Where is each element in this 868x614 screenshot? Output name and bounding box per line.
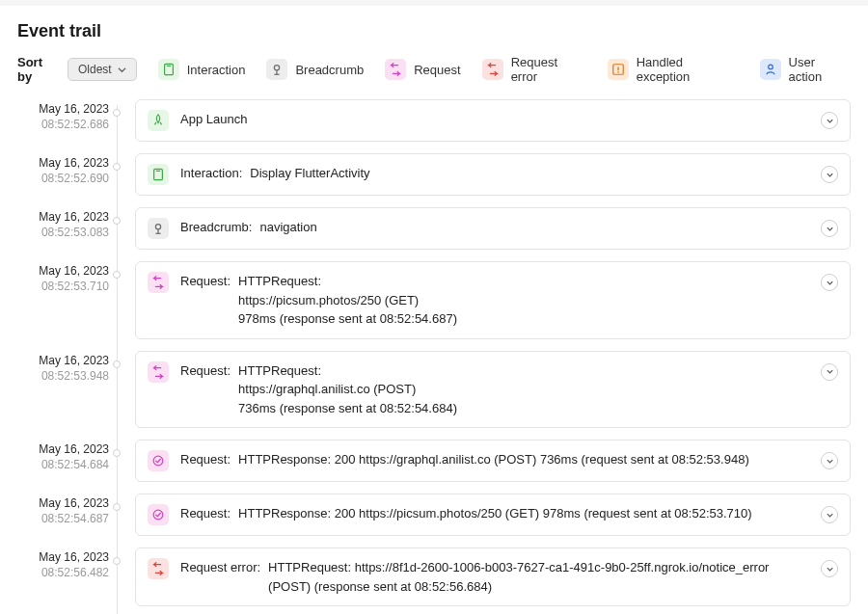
response-icon (148, 450, 169, 471)
legend-item-handledexc: Handled exception (608, 55, 739, 84)
legend-item-reqerror: Request error (482, 55, 586, 84)
timeline-dot (113, 217, 121, 225)
reqerror-icon (148, 558, 169, 579)
handledexc-icon (608, 59, 629, 80)
event-body: Interaction:Display FlutterActivity (180, 164, 809, 183)
event-body: Request error:HTTPRequest: https://8f1d-… (180, 558, 809, 596)
event-card[interactable]: Request:HTTPResponse: 200 https://graphq… (135, 440, 851, 482)
legend-label: Interaction (187, 63, 246, 77)
svg-point-2 (275, 66, 280, 70)
interaction-icon (148, 164, 169, 185)
event-body: App Launch (180, 110, 809, 129)
interaction-icon (158, 59, 179, 80)
event-detail: HTTPResponse: 200 https://picsum.photos/… (238, 504, 752, 523)
event-timestamp: May 16, 202308:52:54.687 (17, 495, 109, 526)
event-card[interactable]: Interaction:Display FlutterActivity (135, 153, 851, 196)
event-body: Request:HTTPResponse: 200 https://picsum… (180, 504, 809, 523)
timeline-dot (113, 557, 121, 565)
timeline-dot (113, 109, 121, 117)
breadcrumb-icon (266, 59, 287, 80)
event-row: May 16, 202308:52:53.083Breadcrumb:navig… (123, 207, 851, 250)
event-row: May 16, 202308:52:53.710Request:HTTPRequ… (123, 261, 851, 339)
expand-toggle[interactable] (821, 166, 838, 183)
event-timestamp: May 16, 202308:52:53.948 (17, 353, 109, 384)
legend-item-useraction: User action (760, 55, 851, 84)
event-timestamp: May 16, 202308:52:52.686 (17, 101, 109, 132)
event-label: Breadcrumb: (180, 218, 252, 237)
event-card[interactable]: Request:HTTPRequest:https://graphql.anil… (135, 351, 851, 429)
event-detail: HTTPRequest:https://graphql.anilist.co (… (238, 361, 457, 418)
event-timestamp: May 16, 202308:52:53.083 (17, 209, 109, 240)
event-timestamp: May 16, 202308:52:54.684 (17, 441, 109, 472)
sort-select[interactable]: Oldest (68, 58, 137, 81)
useraction-icon (760, 59, 781, 80)
timeline-dot (113, 503, 121, 511)
event-card[interactable]: Request:HTTPResponse: 200 https://picsum… (135, 494, 851, 536)
page-title: Event trail (17, 21, 851, 41)
event-row: May 16, 202308:52:53.948Request:HTTPRequ… (123, 351, 851, 429)
timeline-dot (113, 271, 121, 279)
event-card[interactable]: Request:HTTPRequest:https://picsum.photo… (135, 261, 851, 339)
response-icon (148, 504, 169, 525)
event-timestamp: May 16, 202308:52:56.482 (17, 549, 109, 580)
legend-label: Handled exception (637, 55, 739, 84)
event-timestamp: May 16, 202308:52:52.690 (17, 155, 109, 186)
svg-point-5 (617, 71, 619, 73)
event-body: Request:HTTPRequest:https://picsum.photo… (180, 272, 809, 329)
event-detail: HTTPRequest:https://picsum.photos/250 (G… (238, 272, 457, 329)
sort-value: Oldest (78, 63, 112, 76)
event-label: Request: (180, 450, 231, 469)
svg-point-6 (768, 65, 773, 69)
svg-point-10 (153, 456, 163, 466)
expand-toggle[interactable] (821, 220, 838, 237)
event-body: Breadcrumb:navigation (180, 218, 809, 237)
svg-point-9 (155, 225, 160, 229)
event-card[interactable]: Request error:HTTPRequest: https://8f1d-… (135, 547, 851, 606)
event-row: May 16, 202308:52:52.690Interaction:Disp… (123, 153, 851, 196)
timeline-dot (113, 163, 121, 171)
launch-icon (148, 110, 169, 131)
event-card[interactable]: App Launch (135, 99, 851, 142)
legend-label: Request (414, 63, 460, 77)
legend-item-request: Request (385, 59, 460, 80)
request-icon (148, 272, 169, 293)
expand-toggle[interactable] (821, 560, 838, 577)
timeline-dot (113, 360, 121, 368)
breadcrumb-icon (148, 218, 169, 239)
request-icon (148, 361, 169, 383)
legend-item-breadcrumb: Breadcrumb (266, 59, 364, 80)
event-label: Request error: (180, 558, 260, 577)
event-row: May 16, 202308:52:54.684Request:HTTPResp… (123, 440, 851, 482)
expand-toggle[interactable] (821, 274, 838, 291)
legend-label: Request error (511, 55, 586, 84)
event-label: App Launch (180, 110, 247, 129)
expand-toggle[interactable] (821, 112, 838, 129)
chevron-down-icon (118, 66, 126, 74)
event-label: Interaction: (180, 164, 242, 183)
event-detail: Display FlutterActivity (250, 164, 369, 183)
expand-toggle[interactable] (821, 506, 838, 523)
timeline-dot (113, 449, 121, 457)
svg-point-11 (153, 510, 163, 520)
expand-toggle[interactable] (821, 452, 838, 469)
event-label: Request: (180, 361, 231, 381)
legend-item-interaction: Interaction (158, 59, 246, 80)
event-row: May 16, 202308:52:52.686App Launch (123, 99, 851, 142)
event-row: May 16, 202308:52:54.687Request:HTTPResp… (123, 494, 851, 536)
event-detail: HTTPResponse: 200 https://graphql.anilis… (238, 450, 749, 469)
event-detail: HTTPRequest: https://8f1d-2600-1006-b003… (268, 558, 809, 596)
event-body: Request:HTTPResponse: 200 https://graphq… (180, 450, 809, 469)
event-body: Request:HTTPRequest:https://graphql.anil… (180, 361, 809, 418)
legend-label: Breadcrumb (295, 63, 364, 77)
reqerror-icon (482, 59, 503, 80)
event-row: May 16, 202308:52:56.482Request error:HT… (123, 547, 851, 606)
event-card[interactable]: Breadcrumb:navigation (135, 207, 851, 250)
event-label: Request: (180, 272, 231, 291)
event-detail: navigation (259, 218, 316, 237)
expand-toggle[interactable] (821, 363, 838, 381)
event-timestamp: May 16, 202308:52:53.710 (17, 263, 109, 294)
controls-bar: Sort by Oldest InteractionBreadcrumbRequ… (17, 55, 851, 84)
event-label: Request: (180, 504, 231, 523)
request-icon (385, 59, 406, 80)
legend-label: User action (789, 55, 851, 84)
